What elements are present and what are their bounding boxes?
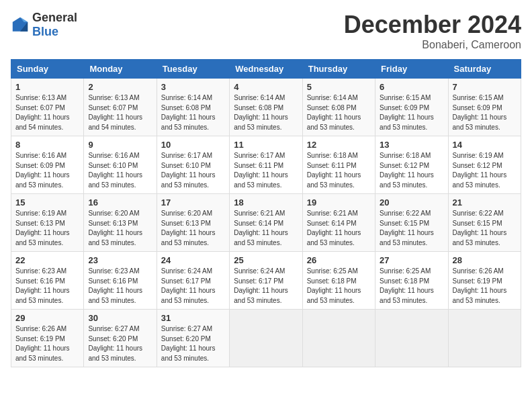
calendar-cell: 7Sunrise: 6:15 AM Sunset: 6:09 PM Daylig… [448, 79, 521, 136]
calendar-cell: 19Sunrise: 6:21 AM Sunset: 6:14 PM Dayli… [302, 194, 375, 252]
calendar-week-1: 1Sunrise: 6:13 AM Sunset: 6:07 PM Daylig… [11, 79, 521, 136]
day-info: Sunrise: 6:26 AM Sunset: 6:19 PM Dayligh… [453, 267, 517, 306]
day-number: 25 [234, 255, 298, 265]
day-info: Sunrise: 6:22 AM Sunset: 6:15 PM Dayligh… [453, 209, 517, 248]
column-header-saturday: Saturday [448, 60, 521, 79]
column-header-thursday: Thursday [302, 60, 375, 79]
day-info: Sunrise: 6:20 AM Sunset: 6:13 PM Dayligh… [88, 209, 152, 248]
calendar-cell: 23Sunrise: 6:23 AM Sunset: 6:16 PM Dayli… [84, 252, 157, 310]
column-header-wednesday: Wednesday [230, 60, 302, 79]
day-number: 30 [88, 313, 152, 323]
day-info: Sunrise: 6:25 AM Sunset: 6:18 PM Dayligh… [307, 267, 371, 306]
day-number: 17 [161, 197, 225, 208]
column-header-monday: Monday [84, 60, 157, 79]
calendar-week-2: 8Sunrise: 6:16 AM Sunset: 6:09 PM Daylig… [11, 136, 521, 194]
day-info: Sunrise: 6:26 AM Sunset: 6:19 PM Dayligh… [15, 324, 79, 363]
page-header: General Blue December 2024 Bonaberi, Cam… [11, 11, 521, 51]
calendar-cell [375, 310, 448, 367]
day-number: 15 [15, 197, 79, 208]
calendar-cell: 21Sunrise: 6:22 AM Sunset: 6:15 PM Dayli… [448, 194, 521, 252]
day-info: Sunrise: 6:19 AM Sunset: 6:12 PM Dayligh… [453, 151, 517, 190]
calendar-week-4: 22Sunrise: 6:23 AM Sunset: 6:16 PM Dayli… [11, 252, 521, 310]
day-number: 28 [453, 255, 517, 265]
day-number: 13 [380, 140, 443, 150]
title-block: December 2024 Bonaberi, Cameroon [344, 11, 521, 51]
calendar-cell: 3Sunrise: 6:14 AM Sunset: 6:08 PM Daylig… [157, 79, 229, 136]
calendar-cell: 15Sunrise: 6:19 AM Sunset: 6:13 PM Dayli… [11, 194, 84, 252]
day-number: 6 [380, 82, 443, 92]
day-number: 31 [161, 313, 225, 323]
day-number: 7 [453, 82, 517, 92]
day-number: 20 [380, 197, 443, 208]
calendar-cell: 20Sunrise: 6:22 AM Sunset: 6:15 PM Dayli… [375, 194, 448, 252]
day-number: 10 [161, 140, 225, 150]
month-title: December 2024 [344, 11, 521, 39]
day-number: 9 [88, 140, 152, 150]
day-number: 4 [234, 82, 298, 92]
calendar-cell: 12Sunrise: 6:18 AM Sunset: 6:11 PM Dayli… [302, 136, 375, 194]
calendar-cell: 17Sunrise: 6:20 AM Sunset: 6:13 PM Dayli… [157, 194, 229, 252]
calendar-cell: 2Sunrise: 6:13 AM Sunset: 6:07 PM Daylig… [84, 79, 157, 136]
day-info: Sunrise: 6:18 AM Sunset: 6:11 PM Dayligh… [307, 151, 371, 190]
calendar-cell: 30Sunrise: 6:27 AM Sunset: 6:20 PM Dayli… [84, 310, 157, 367]
day-info: Sunrise: 6:15 AM Sunset: 6:09 PM Dayligh… [380, 93, 443, 132]
day-number: 8 [15, 140, 79, 150]
day-number: 1 [15, 82, 79, 92]
calendar-cell: 16Sunrise: 6:20 AM Sunset: 6:13 PM Dayli… [84, 194, 157, 252]
day-info: Sunrise: 6:24 AM Sunset: 6:17 PM Dayligh… [234, 267, 298, 306]
calendar-cell: 6Sunrise: 6:15 AM Sunset: 6:09 PM Daylig… [375, 79, 448, 136]
day-info: Sunrise: 6:20 AM Sunset: 6:13 PM Dayligh… [161, 209, 225, 248]
column-header-tuesday: Tuesday [157, 60, 229, 79]
day-number: 11 [234, 140, 298, 150]
day-number: 18 [234, 197, 298, 208]
day-info: Sunrise: 6:23 AM Sunset: 6:16 PM Dayligh… [88, 267, 152, 306]
logo-general: General [32, 11, 77, 24]
calendar-cell: 9Sunrise: 6:16 AM Sunset: 6:10 PM Daylig… [84, 136, 157, 194]
day-info: Sunrise: 6:27 AM Sunset: 6:20 PM Dayligh… [161, 324, 225, 363]
day-number: 22 [15, 255, 79, 265]
day-info: Sunrise: 6:13 AM Sunset: 6:07 PM Dayligh… [88, 93, 152, 132]
calendar-cell: 24Sunrise: 6:24 AM Sunset: 6:17 PM Dayli… [157, 252, 229, 310]
column-header-friday: Friday [375, 60, 448, 79]
calendar-cell: 1Sunrise: 6:13 AM Sunset: 6:07 PM Daylig… [11, 79, 84, 136]
day-number: 5 [307, 82, 371, 92]
calendar-table: SundayMondayTuesdayWednesdayThursdayFrid… [11, 59, 521, 367]
day-info: Sunrise: 6:22 AM Sunset: 6:15 PM Dayligh… [380, 209, 443, 248]
calendar-cell [448, 310, 521, 367]
calendar-cell: 11Sunrise: 6:17 AM Sunset: 6:11 PM Dayli… [230, 136, 302, 194]
day-number: 21 [453, 197, 517, 208]
day-info: Sunrise: 6:14 AM Sunset: 6:08 PM Dayligh… [307, 93, 371, 132]
day-info: Sunrise: 6:23 AM Sunset: 6:16 PM Dayligh… [15, 267, 79, 306]
day-number: 19 [307, 197, 371, 208]
day-number: 27 [380, 255, 443, 265]
calendar-cell: 25Sunrise: 6:24 AM Sunset: 6:17 PM Dayli… [230, 252, 302, 310]
calendar-week-5: 29Sunrise: 6:26 AM Sunset: 6:19 PM Dayli… [11, 310, 521, 367]
column-header-sunday: Sunday [11, 60, 84, 79]
day-info: Sunrise: 6:19 AM Sunset: 6:13 PM Dayligh… [15, 209, 79, 248]
calendar-cell: 28Sunrise: 6:26 AM Sunset: 6:19 PM Dayli… [448, 252, 521, 310]
calendar-week-3: 15Sunrise: 6:19 AM Sunset: 6:13 PM Dayli… [11, 194, 521, 252]
logo-blue: Blue [32, 25, 58, 38]
day-number: 26 [307, 255, 371, 265]
calendar-cell: 27Sunrise: 6:25 AM Sunset: 6:18 PM Dayli… [375, 252, 448, 310]
day-number: 14 [453, 140, 517, 150]
calendar-header-row: SundayMondayTuesdayWednesdayThursdayFrid… [11, 60, 521, 79]
day-info: Sunrise: 6:16 AM Sunset: 6:09 PM Dayligh… [15, 151, 79, 190]
day-info: Sunrise: 6:21 AM Sunset: 6:14 PM Dayligh… [307, 209, 371, 248]
day-number: 23 [88, 255, 152, 265]
calendar-cell: 22Sunrise: 6:23 AM Sunset: 6:16 PM Dayli… [11, 252, 84, 310]
calendar-cell: 31Sunrise: 6:27 AM Sunset: 6:20 PM Dayli… [157, 310, 229, 367]
day-info: Sunrise: 6:14 AM Sunset: 6:08 PM Dayligh… [161, 93, 225, 132]
logo: General Blue [11, 11, 77, 39]
calendar-cell: 29Sunrise: 6:26 AM Sunset: 6:19 PM Dayli… [11, 310, 84, 367]
day-info: Sunrise: 6:15 AM Sunset: 6:09 PM Dayligh… [453, 93, 517, 132]
day-info: Sunrise: 6:16 AM Sunset: 6:10 PM Dayligh… [88, 151, 152, 190]
calendar-cell [230, 310, 302, 367]
calendar-cell: 8Sunrise: 6:16 AM Sunset: 6:09 PM Daylig… [11, 136, 84, 194]
day-number: 16 [88, 197, 152, 208]
logo-text: General Blue [32, 11, 77, 39]
calendar-cell: 10Sunrise: 6:17 AM Sunset: 6:10 PM Dayli… [157, 136, 229, 194]
day-info: Sunrise: 6:14 AM Sunset: 6:08 PM Dayligh… [234, 93, 298, 132]
day-number: 12 [307, 140, 371, 150]
day-number: 24 [161, 255, 225, 265]
